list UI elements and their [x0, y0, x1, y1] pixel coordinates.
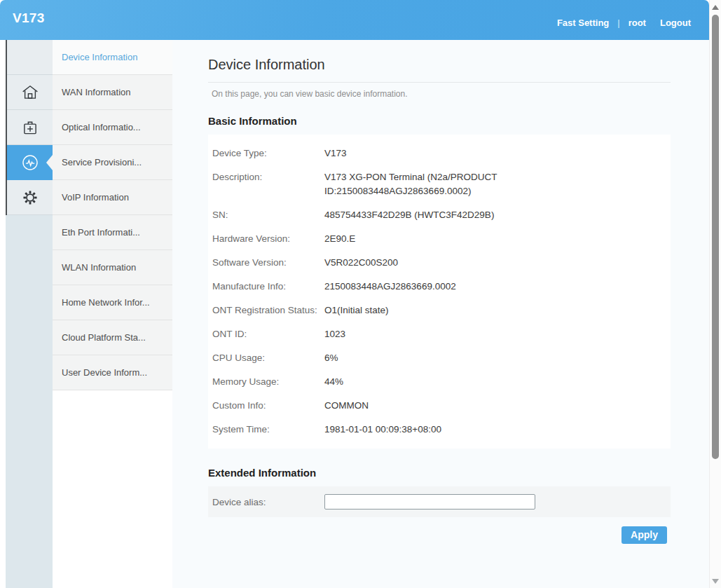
row-label: Custom Info: [212, 399, 324, 413]
table-row: Hardware Version: 2E90.E [208, 227, 671, 251]
row-value: 2E90.E [324, 232, 355, 246]
menu-item-optical-informatio[interactable]: Optical Informatio... [53, 110, 172, 145]
menu-list: Device InformationWAN InformationOptical… [53, 40, 172, 588]
page-title: Device Information [208, 57, 709, 73]
status-pulse-icon [20, 153, 40, 172]
row-label: ONT ID: [212, 327, 324, 341]
menu-item-wan-information[interactable]: WAN Information [53, 75, 172, 110]
basic-information-table: Device Type: V173 Description: V173 XG-P… [208, 135, 671, 449]
menu-item-wlan-information[interactable]: WLAN Information [53, 250, 172, 285]
row-value: 485754433F42D29B (HWTC3F42D29B) [324, 208, 494, 222]
icon-sidebar [6, 40, 53, 588]
menu-item-user-device-inform[interactable]: User Device Inform... [53, 355, 172, 390]
table-row: ONT Registration Status: O1(Initial stat… [208, 299, 671, 322]
row-label: Hardware Version: [212, 232, 324, 246]
extended-information-heading: Extended Information [208, 467, 709, 479]
row-label: Software Version: [212, 256, 324, 270]
row-value: 1981-01-01 00:09:38+08:00 [324, 423, 441, 437]
row-value: O1(Initial state) [324, 303, 389, 317]
sidebar-item-tools[interactable] [7, 110, 53, 145]
gear-icon [21, 189, 39, 207]
row-value: V173 XG-PON Terminal (N2a/PRODUCT ID:215… [324, 170, 543, 198]
row-value: 6% [324, 351, 338, 365]
header-link-logout[interactable]: Logout [653, 18, 698, 28]
table-row: Manufacture Info: 2150083448AGJ2863669.0… [208, 275, 671, 299]
toolbox-plus-icon [21, 118, 39, 137]
table-row: Description: V173 XG-PON Terminal (N2a/P… [208, 165, 671, 203]
row-value: 2150083448AGJ2863669.0002 [324, 280, 456, 294]
main-content: Device Information On this page, you can… [172, 40, 709, 588]
header-links: Fast Setting|rootLogout [550, 12, 709, 28]
menu-item-home-network-infor[interactable]: Home Network Infor... [53, 285, 172, 320]
row-label: CPU Usage: [212, 351, 324, 365]
device-alias-label: Device alias: [212, 497, 324, 507]
scrollbar-up-icon[interactable] [712, 5, 719, 10]
header-separator: | [616, 18, 621, 28]
scrollbar-down-icon[interactable] [712, 579, 719, 584]
row-value: V5R022C00S200 [324, 256, 398, 270]
row-label: Description: [212, 170, 324, 198]
row-label: System Time: [212, 423, 324, 437]
home-icon [21, 83, 39, 102]
sidebar-item-status[interactable] [7, 145, 53, 180]
row-value: 44% [324, 375, 343, 389]
page-description: On this page, you can view basic device … [208, 83, 709, 99]
icon-cell-empty [7, 40, 53, 75]
menu-item-cloud-platform-sta[interactable]: Cloud Platform Sta... [53, 320, 172, 355]
table-row: ONT ID: 1023 [208, 322, 671, 346]
device-alias-input[interactable] [324, 494, 535, 510]
menu-item-eth-port-informati[interactable]: Eth Port Informati... [53, 215, 172, 250]
page: V173 Fast Setting|rootLogout [0, 0, 721, 588]
row-label: Manufacture Info: [212, 280, 324, 294]
table-row: Custom Info: COMMON [208, 394, 671, 418]
apply-button[interactable]: Apply [622, 526, 667, 544]
table-row: Software Version: V5R022C00S200 [208, 251, 671, 275]
sidebar-item-home[interactable] [7, 75, 53, 110]
table-row: Device Type: V173 [208, 142, 671, 165]
menu-item-service-provisioni[interactable]: Service Provisioni... [53, 145, 172, 180]
apply-row: Apply [208, 526, 671, 544]
row-label: Device Type: [212, 146, 324, 160]
table-row: Memory Usage: 44% [208, 370, 671, 394]
row-value: V173 [324, 146, 347, 160]
device-alias-row: Device alias: [208, 486, 671, 517]
header-link-fast-setting[interactable]: Fast Setting [550, 18, 616, 28]
app-title: V173 [0, 11, 45, 30]
table-row: CPU Usage: 6% [208, 346, 671, 370]
vertical-scrollbar[interactable] [709, 0, 721, 588]
icon-cells [6, 40, 53, 215]
row-label: ONT Registration Status: [212, 303, 324, 317]
menu-item-device-information[interactable]: Device Information [53, 40, 172, 75]
table-row: System Time: 1981-01-01 00:09:38+08:00 [208, 418, 671, 442]
table-row: SN: 485754433F42D29B (HWTC3F42D29B) [208, 203, 671, 227]
basic-information-heading: Basic Information [208, 115, 709, 127]
row-label: SN: [212, 208, 324, 222]
menu-item-voip-information[interactable]: VoIP Information [53, 180, 172, 215]
row-value: 1023 [324, 327, 345, 341]
header-link-root[interactable]: root [622, 18, 653, 28]
header-bar: V173 Fast Setting|rootLogout [0, 0, 709, 40]
row-label: Memory Usage: [212, 375, 324, 389]
row-value: COMMON [324, 399, 369, 413]
scrollbar-thumb[interactable] [712, 15, 719, 459]
sidebar-item-settings[interactable] [7, 180, 53, 215]
